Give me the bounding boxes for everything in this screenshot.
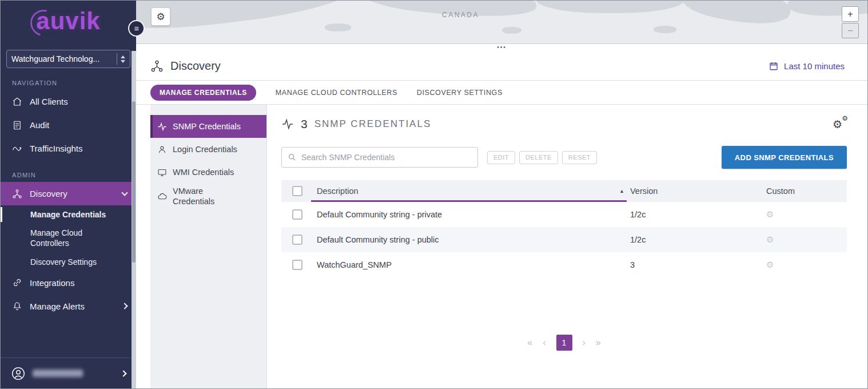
table-row[interactable]: Default Community string - public 1/2c ⚙ — [281, 227, 847, 252]
add-snmp-credentials-button[interactable]: ADD SNMP CREDENTIALS — [722, 146, 847, 169]
sidebar-subitem-manage-cloud-controllers[interactable]: Manage Cloud Controllers — [1, 224, 136, 252]
map-landmass — [654, 26, 676, 33]
crednav-item-vmware[interactable]: VMware Credentials — [150, 184, 266, 209]
column-header-description[interactable]: Description ▲ — [313, 186, 630, 196]
map-country-label: CANADA — [442, 11, 479, 19]
credentials-body: SNMP Credentials Login Credentials WMI C… — [136, 105, 867, 388]
sidebar-scrollbar-track[interactable] — [132, 51, 136, 388]
pulse-icon — [281, 118, 294, 130]
app-window: auvik Watchguard Technolog... NAVIGATION… — [0, 0, 868, 389]
map-resize-handle[interactable]: ••• — [136, 44, 867, 51]
map-landmass — [680, 1, 793, 29]
map-zoom-controls: + − — [842, 6, 859, 38]
sidebar-subitem-manage-credentials[interactable]: Manage Credentials — [1, 205, 136, 224]
search-box — [281, 147, 478, 168]
gear-small-icon: ⚙ — [842, 114, 848, 122]
row-gear-icon[interactable]: ⚙ — [766, 260, 774, 269]
link-icon — [12, 277, 22, 288]
crednav-item-login[interactable]: Login Credentials — [150, 138, 266, 161]
crednav-item-label: Login Credentials — [173, 144, 237, 154]
map-landmass — [325, 23, 351, 31]
pagination: « ‹ 1 › » — [527, 335, 600, 351]
tenant-selector-arrows-icon — [117, 53, 125, 65]
main-sidebar: auvik Watchguard Technolog... NAVIGATION… — [1, 1, 136, 388]
sidebar-item-label: All Clients — [30, 97, 68, 106]
panel-title: SNMP CREDENTIALS — [314, 118, 432, 130]
monitor-icon — [157, 168, 167, 177]
sidebar-item-trafficinsights[interactable]: TrafficInsights — [1, 137, 136, 160]
time-range-selector[interactable]: Last 10 minutes — [769, 61, 845, 71]
sidebar-collapse-button[interactable]: ≡ — [128, 20, 145, 37]
zoom-out-button[interactable]: − — [842, 23, 859, 38]
pagination-last-icon[interactable]: » — [596, 338, 601, 348]
page-title: Discovery — [170, 59, 221, 73]
map-settings-button[interactable]: ⚙ — [151, 7, 170, 26]
chevron-right-icon — [121, 303, 128, 309]
document-icon — [12, 120, 22, 130]
network-map-strip[interactable]: CANADA ⚙ + − — [136, 1, 867, 44]
tab-discovery-settings[interactable]: DISCOVERY SETTINGS — [417, 89, 503, 97]
chevron-right-icon — [120, 370, 126, 376]
person-icon — [157, 145, 167, 154]
table-row[interactable]: Default Community string - private 1/2c … — [281, 202, 847, 227]
row-gear-icon[interactable]: ⚙ — [766, 209, 774, 219]
map-landmass — [502, 27, 521, 34]
pagination-first-icon[interactable]: « — [527, 338, 532, 348]
sort-ascending-icon[interactable]: ▲ — [619, 188, 624, 194]
sidebar-item-label: TrafficInsights — [30, 144, 83, 153]
crednav-item-snmp[interactable]: SNMP Credentials — [150, 115, 266, 138]
column-label: Description — [317, 186, 359, 196]
user-account-button[interactable] — [1, 358, 136, 388]
sidebar-item-integrations[interactable]: Integrations — [1, 271, 136, 295]
table-toolbar: EDIT DELETE RESET ADD SNMP CREDENTIALS — [281, 146, 847, 169]
pagination-prev-icon[interactable]: ‹ — [543, 338, 546, 348]
pulse-icon — [157, 122, 167, 132]
tab-manage-credentials[interactable]: MANAGE CREDENTIALS — [150, 85, 256, 101]
pagination-current-page[interactable]: 1 — [556, 335, 572, 351]
row-description: WatchGuard_SNMP — [313, 260, 630, 269]
sidebar-scrollbar-thumb[interactable] — [132, 101, 136, 263]
snmp-credentials-panel: 3 SNMP CREDENTIALS ⚙ ⚙ EDIT DELETE — [267, 105, 867, 388]
row-checkbox[interactable] — [292, 209, 302, 220]
bell-icon — [12, 301, 22, 311]
crednav-item-wmi[interactable]: WMI Credentials — [150, 161, 266, 184]
panel-heading: 3 SNMP CREDENTIALS ⚙ ⚙ — [281, 117, 847, 131]
column-header-custom[interactable]: Custom — [766, 186, 847, 196]
table-row[interactable]: WatchGuard_SNMP 3 ⚙ — [281, 252, 847, 277]
row-checkbox[interactable] — [292, 260, 302, 270]
column-header-version[interactable]: Version — [630, 186, 766, 196]
sidebar-item-label: Audit — [30, 120, 49, 130]
map-landmass — [536, 1, 685, 13]
sidebar-item-manage-alerts[interactable]: Manage Alerts — [1, 295, 136, 318]
row-version: 1/2c — [630, 210, 766, 219]
row-description: Default Community string - private — [313, 210, 630, 219]
select-all-checkbox[interactable] — [292, 186, 302, 196]
sitemap-icon — [150, 59, 164, 73]
zoom-in-button[interactable]: + — [842, 6, 859, 22]
search-input[interactable] — [301, 153, 472, 162]
credentials-count: 3 — [301, 117, 308, 131]
delete-button[interactable]: DELETE — [519, 151, 558, 164]
user-icon — [11, 366, 26, 381]
reset-button[interactable]: RESET — [562, 151, 597, 164]
crednav-item-label: VMware Credentials — [173, 186, 228, 207]
row-version: 1/2c — [630, 235, 766, 244]
sidebar-item-discovery[interactable]: Discovery — [1, 182, 136, 205]
calendar-icon — [769, 61, 779, 71]
panel-settings-button[interactable]: ⚙ ⚙ — [833, 118, 847, 131]
pagination-next-icon[interactable]: › — [583, 338, 586, 348]
sidebar-item-audit[interactable]: Audit — [1, 113, 136, 137]
sidebar-item-label: Manage Alerts — [30, 301, 85, 311]
row-gear-icon[interactable]: ⚙ — [766, 235, 774, 244]
edit-button[interactable]: EDIT — [487, 151, 515, 164]
admin-section-label: ADMIN — [12, 172, 136, 178]
tenant-selector-value: Watchguard Technolog... — [11, 54, 113, 63]
tab-manage-cloud-controllers[interactable]: MANAGE CLOUD CONTROLLERS — [276, 89, 397, 97]
row-checkbox[interactable] — [292, 235, 302, 245]
sidebar-item-all-clients[interactable]: All Clients — [1, 90, 136, 113]
navigation-section-label: NAVIGATION — [12, 80, 136, 86]
tenant-selector[interactable]: Watchguard Technolog... — [6, 50, 130, 68]
sidebar-subitem-discovery-settings[interactable]: Discovery Settings — [1, 253, 136, 271]
gear-icon: ⚙ — [156, 11, 165, 23]
menu-icon: ≡ — [134, 24, 138, 33]
